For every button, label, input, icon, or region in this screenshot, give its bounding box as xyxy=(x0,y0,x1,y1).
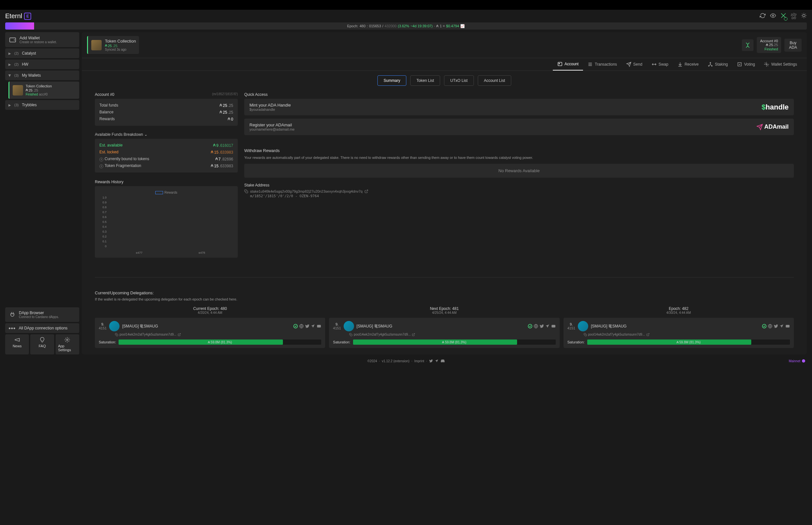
telegram-icon[interactable] xyxy=(435,359,439,363)
sidebar-wallet-token-collection[interactable]: Token Collection ₳ 25.25 Finished acc#0 xyxy=(9,81,79,99)
p2p-indicator[interactable]: p2p 0/0 xyxy=(791,13,796,20)
ada-handle-card[interactable]: Mint your ADA Handle $youradahandle $han… xyxy=(244,99,794,115)
svg-point-6 xyxy=(559,63,560,64)
twitter-icon[interactable] xyxy=(774,324,778,328)
account-path: (m/1852'/1815'/0') xyxy=(212,92,238,97)
subtab-account-list[interactable]: Account List xyxy=(478,75,511,86)
external-link-icon[interactable] xyxy=(646,333,649,336)
tab-voting[interactable]: Voting xyxy=(732,58,760,71)
globe-icon[interactable] xyxy=(299,324,304,328)
discord-icon[interactable] xyxy=(441,359,445,363)
external-link-icon[interactable] xyxy=(178,333,181,336)
funds-panel: Total funds₳ 25.25 Balance₳ 25.25 Reward… xyxy=(95,99,238,126)
copy-icon[interactable] xyxy=(349,333,352,336)
saturation-label: Saturation: xyxy=(333,340,350,344)
dapp-connections-button[interactable]: ●●● All DApp connection options xyxy=(5,323,79,333)
pool-avatar xyxy=(343,321,354,331)
external-link-icon[interactable] xyxy=(412,333,415,336)
epoch-progress-bar[interactable]: Epoch: 480: 015653/432000 (3.62% ~4d 19:… xyxy=(5,22,807,30)
pool-name: [SMAUG] 竜SMAUG xyxy=(591,324,760,329)
tab-send[interactable]: Send xyxy=(622,58,647,71)
dapp-connected-icon[interactable] xyxy=(742,39,753,51)
copy-icon[interactable] xyxy=(584,333,587,336)
pool-rank: 9.4151 xyxy=(567,322,575,330)
sidebar-group-trybbles[interactable]: ▶ (3) Trybbles xyxy=(5,100,79,110)
telegram-icon[interactable] xyxy=(545,324,550,328)
svg-point-10 xyxy=(766,64,767,65)
saturation-bar: ₳ 59.8M (81.3%) xyxy=(119,340,321,345)
send-icon xyxy=(626,62,631,67)
epoch-number: 480 xyxy=(359,24,365,28)
chevron-down-icon: ⌄ xyxy=(144,132,148,137)
tab-wallet-settings[interactable]: Wallet Settings xyxy=(760,58,801,71)
buy-ada-button[interactable]: Buy ADA xyxy=(784,39,801,52)
external-link-icon[interactable] xyxy=(364,190,368,193)
pool-name: [SMAUG] 竜SMAUG xyxy=(357,324,525,329)
saturation-bar: ₳ 59.8M (81.3%) xyxy=(587,340,790,345)
logo-icon: E xyxy=(24,13,31,20)
pool-card[interactable]: 9.4151 [SMAUG] 竜SMAUG pool14wk2m2af7y4gk… xyxy=(329,318,559,348)
youtube-icon[interactable] xyxy=(785,324,790,328)
active-wallet-card[interactable]: Token Collection ₳ 25.25 Synced 3s ago xyxy=(87,36,139,54)
delegations-title: Current/Upcoming Delegations: xyxy=(95,290,794,295)
telegram-icon[interactable] xyxy=(311,324,316,328)
subtab-summary[interactable]: Summary xyxy=(378,75,406,86)
tab-account[interactable]: Account xyxy=(553,58,583,71)
pool-card[interactable]: 9.4151 [SMAUG] 竜SMAUG pool14wk2m2af7y4gk… xyxy=(564,318,794,348)
check-icon xyxy=(293,324,298,328)
sidebar-group-hw[interactable]: ▶ (2) HW xyxy=(5,59,79,69)
delegations-desc: If the wallet is re-delegated the upcomi… xyxy=(95,297,794,301)
megaphone-icon xyxy=(14,337,20,343)
tab-staking[interactable]: Staking xyxy=(703,58,732,71)
subtab-token-list[interactable]: Token List xyxy=(410,75,440,86)
sidebar-group-catalyst[interactable]: ▶ (2) Catalyst xyxy=(5,48,79,58)
copy-icon[interactable] xyxy=(115,333,118,336)
network-indicator[interactable]: Mainnet xyxy=(788,359,806,363)
footer-copyright: ©2024 xyxy=(367,359,377,363)
handle-logo: $handle xyxy=(762,103,788,111)
stake-address[interactable]: stake1u949k4e5sgq2v00g79g3mp82j27u20n23s… xyxy=(250,190,363,193)
youtube-icon[interactable] xyxy=(317,324,321,328)
chevron-right-icon: ▶ xyxy=(9,63,11,66)
footer-imprint-link[interactable]: Imprint xyxy=(414,359,424,363)
delegation-card: Current Epoch: 4804/20/24, 4:44 AM 9.415… xyxy=(95,306,325,348)
youtube-icon[interactable] xyxy=(551,324,556,328)
telegram-icon[interactable] xyxy=(780,324,784,328)
copy-icon[interactable] xyxy=(244,190,248,193)
sync-icon[interactable] xyxy=(760,13,766,19)
withdraw-title: Withdraw Rewards xyxy=(244,148,794,153)
sidebar-group-my-wallets[interactable]: ▶ (3) My Wallets xyxy=(5,71,79,80)
twitter-icon[interactable] xyxy=(429,359,433,363)
footer-version: v1.12.2 (extension) xyxy=(382,359,410,363)
app-settings-button[interactable]: App Settings xyxy=(56,334,79,355)
stake-path: m/1852'/1815'/0'/2/0 - OZEN-9764 xyxy=(244,194,794,198)
dapp-browser-button[interactable]: DApp Browser Connect to Cardano dApps. xyxy=(5,308,79,322)
twitter-icon[interactable] xyxy=(539,324,544,328)
wallet-avatar xyxy=(13,85,23,95)
account-chip[interactable]: Account #0 ₳ 25.25 Finished xyxy=(757,37,781,53)
tab-receive[interactable]: Receive xyxy=(673,58,703,71)
svg-point-7 xyxy=(710,62,711,63)
app-logo[interactable]: Eternl E xyxy=(5,12,31,20)
pool-card[interactable]: 9.4151 [SMAUG] 竜SMAUG pool14wk2m2af7y4gk… xyxy=(95,318,325,348)
adamail-card[interactable]: Register your ADAmail yournamehere@adama… xyxy=(244,119,794,135)
epoch-pct: (3.62% xyxy=(398,24,409,28)
svg-point-1 xyxy=(784,17,787,20)
tab-transactions[interactable]: Transactions xyxy=(583,58,621,71)
twitter-icon[interactable] xyxy=(305,324,309,328)
news-button[interactable]: News xyxy=(5,334,29,355)
tab-swap[interactable]: Swap xyxy=(647,58,673,71)
globe-icon[interactable] xyxy=(534,324,538,328)
wallet-plus-icon xyxy=(9,36,16,43)
add-wallet-button[interactable]: Add Wallet Create or restore a wallet. xyxy=(5,32,79,47)
info-icon[interactable]: i xyxy=(99,164,103,168)
theme-toggle-icon[interactable] xyxy=(801,13,807,19)
info-icon[interactable]: i xyxy=(99,158,103,162)
eye-icon[interactable] xyxy=(770,13,776,19)
breakdown-toggle[interactable]: Available Funds Breakdown ⌄ xyxy=(95,129,238,139)
globe-icon[interactable] xyxy=(768,324,772,328)
globe-sync-icon[interactable] xyxy=(781,13,786,19)
subtab-utxo-list[interactable]: UTxO List xyxy=(444,75,474,86)
svg-point-2 xyxy=(802,14,805,17)
faq-button[interactable]: FAQ xyxy=(30,334,54,355)
